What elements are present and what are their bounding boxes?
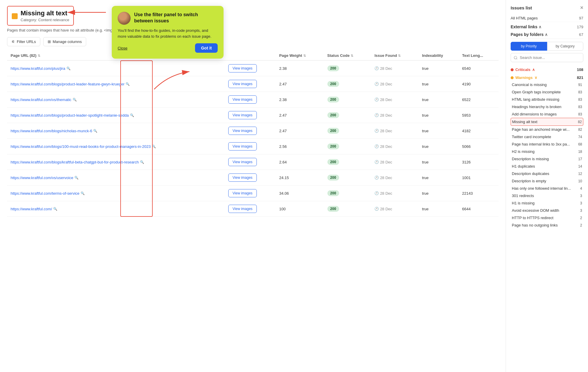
issue-count: 3: [580, 201, 582, 205]
view-images-cell: View images: [225, 170, 276, 186]
view-images-button[interactable]: View images: [228, 205, 257, 213]
sidebar-issue-item[interactable]: Page has internal links to 3xx pa... 68: [511, 140, 583, 148]
sidebar-issue-item[interactable]: Has only one followed internal lin... 4: [511, 185, 583, 192]
clock-icon: 🕐: [374, 176, 379, 180]
status-badge: 200: [327, 97, 339, 102]
view-images-button[interactable]: View images: [228, 173, 257, 182]
url-search-icon: 🔍: [73, 98, 77, 102]
sidebar-issue-item[interactable]: Headings hierarchy is broken 83: [511, 103, 583, 110]
warnings-section: Warnings ∨ 821: [511, 73, 583, 81]
sidebar-issue-item[interactable]: Avoid excessive DOM width 3: [511, 207, 583, 214]
sort-tabs: by Priority by Category: [511, 42, 583, 51]
clock-icon: 🕐: [374, 129, 379, 133]
page-title: Missing alt text: [21, 9, 69, 17]
sidebar-issue-item[interactable]: Description is missing 17: [511, 155, 583, 163]
text-length-cell: 5066: [459, 139, 499, 154]
table-row: https://www.kraftful.com/blogs/kraftful-…: [7, 154, 499, 170]
manage-columns-button[interactable]: ⊞ Manage columns: [43, 37, 86, 46]
all-html-pages-row[interactable]: All HTML pages 97: [511, 14, 583, 22]
view-images-cell: View images: [225, 154, 276, 170]
col-images: [225, 51, 276, 60]
issue-name: H1 duplicates: [512, 164, 578, 168]
issue-name: Open Graph tags incomplete: [512, 90, 578, 94]
col-issue: Issue Found ⇅: [371, 51, 419, 60]
url-search-icon: 🔍: [66, 67, 71, 70]
issue-name: Page has no outgoing links: [512, 223, 580, 227]
url-cell: https://www.kraftful.com/plus/jira 🔍: [7, 60, 225, 76]
got-it-button[interactable]: Got it: [195, 43, 218, 53]
view-images-button[interactable]: View images: [228, 80, 257, 88]
warnings-count: 821: [577, 75, 583, 80]
clock-icon: 🕐: [374, 207, 379, 211]
text-length-cell: 4182: [459, 123, 499, 139]
url-cell: https://www.kraftful.com/vs/thematic 🔍: [7, 92, 225, 108]
indexability-cell: true: [419, 170, 459, 186]
tab-by-category[interactable]: by Category: [547, 42, 584, 51]
issue-count: 14: [578, 164, 582, 168]
pages-by-folders-row[interactable]: Pages by folders ∧ 67: [511, 30, 583, 39]
tooltip-popup: Use the filter panel to switch between i…: [112, 6, 224, 59]
filter-urls-button[interactable]: ⚟ Filter URLs: [7, 37, 40, 46]
weight-cell: 2.38: [276, 92, 324, 108]
close-icon[interactable]: ×: [580, 5, 583, 11]
view-images-button[interactable]: View images: [228, 64, 257, 72]
view-images-button[interactable]: View images: [228, 158, 257, 166]
date-cell: 🕐 28 Dec: [371, 60, 419, 76]
columns-icon: ⊞: [48, 39, 51, 44]
sidebar-issue-item[interactable]: H2 is missing 18: [511, 148, 583, 155]
indexability-cell: true: [419, 154, 459, 170]
text-length-cell: 1001: [459, 170, 499, 186]
col-weight: Page Weight ⇅: [276, 51, 324, 60]
weight-cell: 2.56: [276, 139, 324, 154]
date-cell: 🕐 28 Dec: [371, 123, 419, 139]
clock-icon: 🕐: [374, 82, 379, 86]
search-input[interactable]: [511, 53, 583, 62]
external-links-row[interactable]: External links ∧ 179: [511, 22, 583, 30]
status-badge: 200: [327, 81, 339, 87]
sidebar-issue-item[interactable]: 301 redirects 3: [511, 192, 583, 199]
sidebar-issue-item[interactable]: Description duplicates 12: [511, 170, 583, 177]
view-images-button[interactable]: View images: [228, 111, 257, 119]
sidebar-issue-item[interactable]: Open Graph tags incomplete 83: [511, 88, 583, 96]
indexability-cell: true: [419, 60, 459, 76]
clock-icon: 🕐: [374, 66, 379, 70]
sidebar-issue-item[interactable]: H1 is missing 3: [511, 199, 583, 207]
issue-count: 12: [578, 172, 582, 176]
sidebar-issue-item[interactable]: Add dimensions to images 83: [511, 110, 583, 118]
sidebar-issue-item[interactable]: HTTP to HTTPS redirect 2: [511, 214, 583, 221]
external-links-count: 179: [577, 25, 583, 29]
issue-name: Description is missing: [512, 157, 578, 161]
sidebar-title-text: Issues list: [511, 5, 532, 10]
table-row: https://www.kraftful.com/vs/uservoice 🔍 …: [7, 170, 499, 186]
external-links-label: External links ∧: [511, 24, 542, 29]
filter-icon: ⚟: [11, 39, 15, 44]
status-cell: 200: [324, 108, 371, 123]
sidebar-issue-item[interactable]: Missing alt text 82: [511, 118, 583, 126]
view-images-button[interactable]: View images: [228, 189, 257, 197]
issue-name: 301 redirects: [512, 194, 580, 198]
page-description: Pages that contain images that have no a…: [7, 28, 499, 32]
sidebar-issue-item[interactable]: Page has no outgoing links 2: [511, 221, 583, 229]
date-cell: 🕐 28 Dec: [371, 201, 419, 217]
status-cell: 200: [324, 76, 371, 92]
view-images-button[interactable]: View images: [228, 95, 257, 104]
sidebar-issue-item[interactable]: H1 duplicates 14: [511, 163, 583, 170]
sidebar-issue-item[interactable]: Description is empty 10: [511, 177, 583, 185]
view-images-button[interactable]: View images: [228, 127, 257, 135]
issue-count: 2: [580, 216, 582, 220]
col-indexability: Indexability: [419, 51, 459, 60]
sidebar-issue-item[interactable]: Twitter card incomplete 74: [511, 133, 583, 140]
tab-by-priority[interactable]: by Priority: [511, 42, 547, 51]
issues-table: Page URL (82) ⇅ Page Weight ⇅ Status Cod…: [7, 51, 499, 217]
weight-cell: 2.38: [276, 60, 324, 76]
issue-name: Twitter card incomplete: [512, 135, 578, 139]
url-search-icon: 🔍: [140, 160, 144, 164]
issue-count: 82: [578, 128, 582, 132]
text-length-cell: 5953: [459, 108, 499, 123]
clock-icon: 🕐: [374, 144, 379, 148]
close-link[interactable]: Close: [118, 46, 127, 50]
view-images-button[interactable]: View images: [228, 142, 257, 151]
sidebar-issue-item[interactable]: Canonical is missing 91: [511, 81, 583, 88]
sidebar-issue-item[interactable]: HTML lang attribute missing 83: [511, 96, 583, 103]
sidebar-issue-item[interactable]: Page has an anchored image wi... 82: [511, 126, 583, 133]
